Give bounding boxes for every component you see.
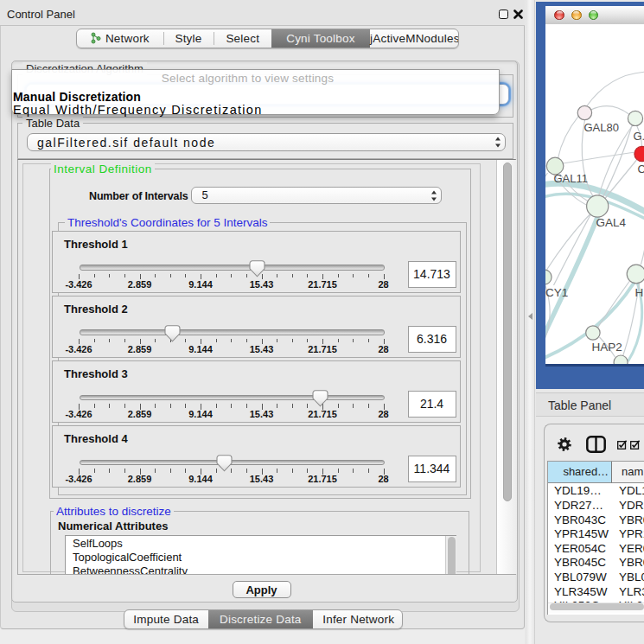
svg-text:H: H [634, 286, 643, 299]
svg-text:GCY1: GCY1 [545, 286, 568, 299]
svg-text:GAL4: GAL4 [596, 216, 626, 229]
svg-text:HAP2: HAP2 [591, 341, 622, 354]
svg-text:GAL80: GAL80 [583, 121, 618, 134]
svg-text:G.: G. [633, 130, 644, 143]
svg-text:GAL11: GAL11 [553, 172, 588, 185]
svg-text:C: C [637, 163, 644, 175]
